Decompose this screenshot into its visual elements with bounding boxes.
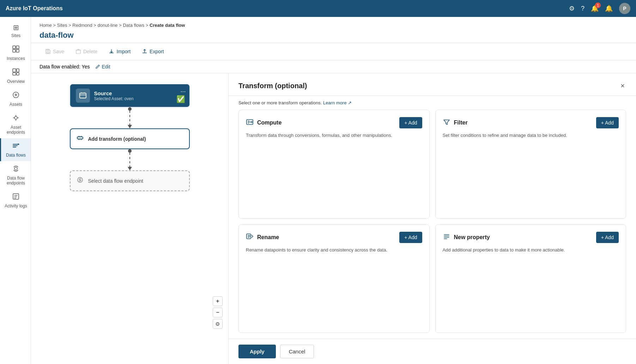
svg-point-10 (14, 167, 17, 170)
filter-add-button[interactable]: + Add (596, 117, 619, 128)
save-label: Save (53, 49, 64, 54)
sidebar-item-label: Overview (7, 79, 25, 84)
notifications-icon[interactable]: 🔔 1 (591, 5, 599, 12)
enabled-text: Data flow enabled: Yes (40, 64, 90, 69)
asset-endpoints-icon (12, 114, 20, 123)
transform-node-icon (76, 134, 84, 144)
top-navigation: Azure IoT Operations ⚙ ? 🔔 1 🔔 P (0, 0, 636, 17)
sidebar-item-sites[interactable]: ⊞ Sites (0, 20, 31, 42)
sidebar-item-assets[interactable]: Assets (0, 87, 31, 110)
avatar[interactable]: P (619, 3, 630, 14)
panel-header: Transform (optional) × (229, 73, 636, 96)
breadcrumb-redmond[interactable]: Redmond (72, 23, 92, 28)
svg-rect-1 (16, 46, 19, 49)
filter-description: Set filter conditions to refine and mana… (443, 132, 619, 139)
svg-point-20 (251, 121, 252, 123)
sidebar-item-label: Activity logs (5, 204, 27, 208)
sidebar-item-activity-logs[interactable]: Activity logs (0, 189, 31, 212)
activity-logs-icon (12, 193, 20, 202)
flow-canvas[interactable]: ··· Source Selected Asset: oven ✅ (31, 73, 229, 364)
svg-rect-6 (17, 69, 19, 72)
rename-icon (246, 232, 254, 242)
edit-button[interactable]: Edit (95, 64, 110, 69)
breadcrumb-sites[interactable]: Sites (57, 23, 67, 28)
import-label: Import (116, 49, 131, 54)
assets-icon (12, 91, 20, 101)
compute-icon (246, 118, 254, 128)
breadcrumb-donut-line[interactable]: donut-line (98, 23, 118, 28)
transform-node-label: Add transform (optional) (88, 136, 146, 142)
svg-point-18 (79, 179, 81, 181)
panel-description-text: Select one or more transform operations. (238, 100, 322, 105)
svg-rect-16 (77, 137, 83, 139)
sidebar-item-asset-endpoints[interactable]: Asset endpoints (0, 110, 31, 138)
data-flows-icon (12, 142, 20, 151)
edit-label: Edit (102, 64, 110, 69)
zoom-controls: + − ⊙ (213, 296, 223, 329)
transform-panel: Transform (optional) × Select one or mor… (229, 73, 636, 364)
new-property-description: Add additional properties to data to mak… (443, 247, 619, 254)
new-property-title: New property (454, 234, 490, 241)
main-content: Home > Sites > Redmond > donut-line > Da… (31, 17, 636, 364)
zoom-out-button[interactable]: − (213, 308, 223, 317)
breadcrumb-home[interactable]: Home (40, 23, 52, 28)
learn-more-link[interactable]: Learn more ↗ (323, 100, 352, 105)
export-button[interactable]: Export (136, 46, 169, 57)
help-icon[interactable]: ? (581, 5, 584, 12)
zoom-in-button[interactable]: + (213, 296, 223, 306)
save-button[interactable]: Save (40, 46, 70, 57)
rename-description: Rename datapoints to ensure clarity and … (246, 247, 422, 254)
compute-card: Compute + Add Transform data through con… (238, 110, 430, 219)
endpoint-node[interactable]: Select data flow endpoint (70, 170, 190, 191)
app-title: Azure IoT Operations (6, 5, 569, 12)
svg-rect-5 (13, 73, 16, 75)
filter-card: Filter + Add Set filter conditions to re… (435, 110, 626, 219)
svg-rect-0 (13, 46, 16, 49)
source-node-menu[interactable]: ··· (180, 88, 186, 95)
filter-title: Filter (454, 120, 468, 126)
source-title: Source (94, 90, 134, 96)
sidebar-item-label: Assets (10, 102, 22, 107)
import-button[interactable]: Import (103, 46, 136, 57)
svg-rect-7 (17, 73, 19, 75)
breadcrumb-data-flows[interactable]: Data flows (123, 23, 144, 28)
compute-description: Transform data through conversions, form… (246, 132, 422, 139)
topnav-icons: ⚙ ? 🔔 1 🔔 P (569, 3, 630, 14)
source-node[interactable]: ··· Source Selected Asset: oven ✅ (70, 84, 190, 107)
sidebar: ⊞ Sites Instances Overview (0, 17, 31, 364)
sidebar-item-instances[interactable]: Instances (0, 42, 31, 65)
compute-add-button[interactable]: + Add (399, 117, 422, 128)
svg-rect-12 (47, 52, 49, 53)
bell-icon[interactable]: 🔔 (605, 5, 613, 12)
toolbar: Save Delete Import Export (31, 43, 636, 60)
svg-rect-13 (47, 49, 49, 50)
transform-grid: Compute + Add Transform data through con… (229, 110, 636, 339)
sidebar-item-label: Sites (11, 33, 21, 38)
sidebar-item-data-flow-endpoints[interactable]: Data flow endpoints (0, 161, 31, 189)
new-property-add-button[interactable]: + Add (596, 232, 619, 243)
close-panel-button[interactable]: × (619, 80, 626, 91)
delete-button[interactable]: Delete (70, 46, 103, 57)
sidebar-item-overview[interactable]: Overview (0, 65, 31, 87)
panel-title: Transform (optional) (238, 82, 307, 90)
panel-footer: Apply Cancel (229, 339, 636, 364)
data-flow-endpoints-icon (12, 165, 20, 174)
fit-view-button[interactable]: ⊙ (213, 319, 223, 329)
breadcrumb: Home > Sites > Redmond > donut-line > Da… (40, 23, 628, 28)
svg-rect-14 (76, 50, 80, 54)
sidebar-item-data-flows[interactable]: Data flows (0, 138, 31, 161)
export-label: Export (150, 49, 164, 54)
breadcrumb-current: Create data flow (150, 23, 185, 28)
rename-add-button[interactable]: + Add (399, 232, 422, 243)
overview-icon (12, 68, 20, 78)
svg-point-9 (14, 116, 17, 119)
settings-icon[interactable]: ⚙ (569, 5, 575, 12)
instances-icon (12, 45, 20, 55)
svg-rect-3 (16, 49, 19, 52)
apply-button[interactable]: Apply (238, 345, 276, 358)
cancel-button[interactable]: Cancel (280, 345, 314, 358)
page-header: Home > Sites > Redmond > donut-line > Da… (31, 17, 636, 43)
connector-1 (128, 107, 132, 128)
transform-node[interactable]: Add transform (optional) (70, 128, 190, 149)
endpoint-node-icon (76, 176, 84, 186)
